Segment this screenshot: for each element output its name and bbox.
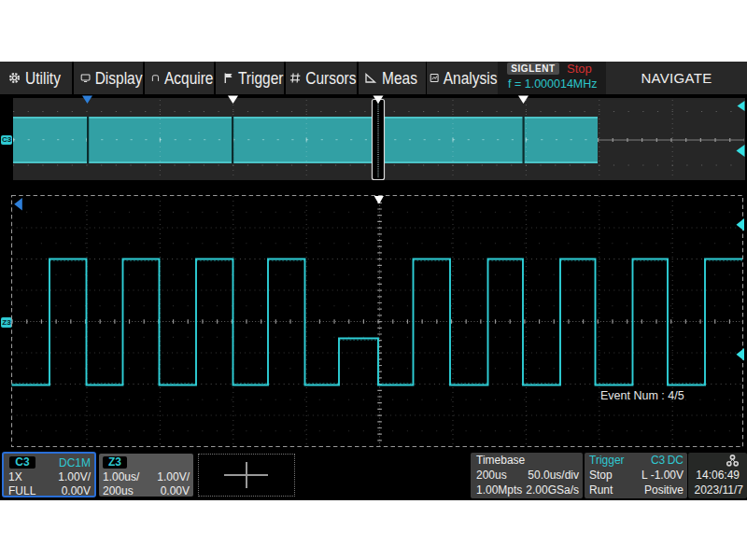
svg-text:Event Num : 4/5: Event Num : 4/5 xyxy=(600,389,684,402)
